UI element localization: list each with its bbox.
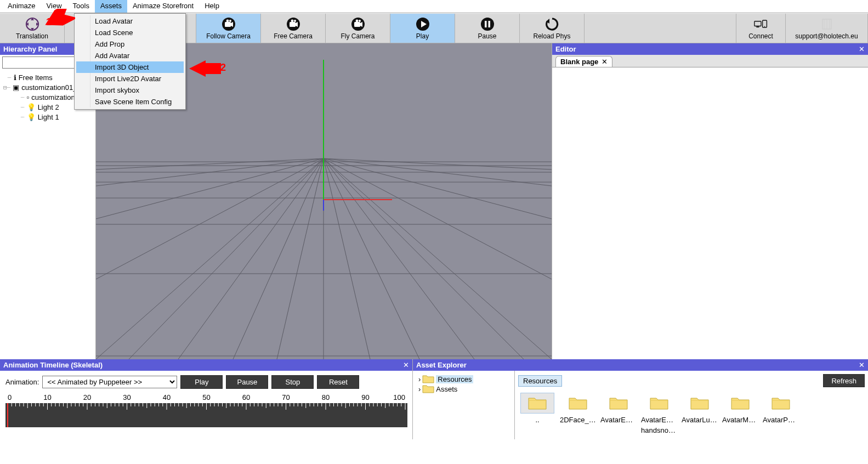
- menu-storefront[interactable]: Animaze Storefront: [127, 0, 199, 13]
- annotation-label-2: 2: [220, 62, 226, 73]
- reload-phys-button[interactable]: Reload Phys: [520, 14, 585, 43]
- editor-panel: Editor ✕ Blank page ✕: [552, 43, 868, 359]
- info-icon: ℹ: [14, 73, 16, 82]
- svg-point-14: [294, 20, 296, 22]
- connect-label: Connect: [748, 32, 773, 40]
- annotation-label-1: 1: [46, 16, 52, 28]
- light-icon: 💡: [27, 113, 36, 121]
- editor-header: Editor ✕: [552, 43, 868, 55]
- svg-text:100: 100: [393, 393, 405, 401]
- tab-close-icon[interactable]: ✕: [602, 58, 608, 66]
- animation-label: Animation:: [5, 378, 39, 386]
- svg-text:30: 30: [123, 393, 131, 401]
- timeline-play-button[interactable]: Play: [180, 375, 223, 389]
- asset-explorer-close-icon[interactable]: ✕: [859, 361, 865, 369]
- asset-name: AvatarPanda: [763, 416, 799, 424]
- timeline-pause-button[interactable]: Pause: [226, 375, 268, 389]
- asset-name: AvatarMale...: [722, 416, 758, 424]
- timeline-stop-button[interactable]: Stop: [271, 375, 314, 389]
- svg-rect-23: [485, 21, 487, 27]
- svg-point-13: [291, 19, 293, 22]
- folder-icon: [642, 393, 676, 414]
- svg-rect-6: [225, 22, 231, 27]
- dropdown-import-skybox[interactable]: Import skybox: [76, 84, 184, 96]
- svg-rect-26: [754, 21, 761, 26]
- asset-item[interactable]: AvatarMale...: [722, 393, 758, 436]
- pause-icon: [480, 17, 495, 31]
- dropdown-add-avatar[interactable]: Add Avatar: [76, 50, 184, 61]
- toolbar-spacer: [585, 14, 736, 43]
- svg-text:20: 20: [83, 393, 91, 401]
- asset-item[interactable]: AvatarEggP...: [600, 393, 637, 436]
- svg-point-22: [481, 18, 494, 31]
- follow-camera-button[interactable]: Follow Camera: [196, 14, 261, 43]
- timeline-ruler[interactable]: 0102030405060708090100: [5, 393, 407, 429]
- svg-rect-24: [488, 21, 490, 27]
- animation-select[interactable]: << Animated by Puppeteer >>: [42, 376, 177, 388]
- folder-icon: [683, 393, 717, 414]
- translation-label: Translation: [16, 32, 48, 40]
- breadcrumb-resources[interactable]: Resources: [518, 375, 562, 387]
- dropdown-import-live2d[interactable]: Import Live2D Avatar: [76, 73, 184, 84]
- svg-point-18: [355, 19, 358, 22]
- pause-label: Pause: [478, 32, 496, 40]
- timeline-header: Animation Timeline (Skeletal) ✕: [0, 359, 412, 371]
- svg-point-9: [229, 20, 231, 22]
- asset-name: 2DFace_V1...: [560, 416, 596, 424]
- timeline-close-icon[interactable]: ✕: [403, 361, 409, 369]
- dropdown-save-scene-config[interactable]: Save Scene Item Config: [76, 96, 184, 107]
- editor-close-icon[interactable]: ✕: [859, 45, 865, 53]
- svg-text:60: 60: [242, 393, 250, 401]
- refresh-button[interactable]: Refresh: [823, 374, 865, 387]
- editor-body: [552, 67, 868, 359]
- pause-button[interactable]: Pause: [455, 14, 520, 43]
- asset-item[interactable]: AvatarLuci...: [682, 393, 718, 436]
- asset-item[interactable]: AvatarEggP...handsnosh...: [641, 393, 677, 436]
- asset-item[interactable]: AvatarPanda: [763, 393, 799, 436]
- reload-phys-label: Reload Phys: [533, 32, 570, 40]
- chevron-right-icon: ›: [418, 375, 421, 383]
- svg-marker-177: [189, 60, 221, 77]
- fly-camera-label: Fly Camera: [341, 32, 375, 40]
- play-button[interactable]: Play: [390, 14, 455, 43]
- timeline-reset-button[interactable]: Reset: [317, 375, 359, 389]
- svg-text:90: 90: [361, 393, 369, 401]
- animation-timeline-panel: Animation Timeline (Skeletal) ✕ Animatio…: [0, 359, 413, 439]
- tab-blank-page[interactable]: Blank page ✕: [555, 56, 612, 67]
- menu-assets[interactable]: Assets: [95, 0, 127, 13]
- svg-point-19: [359, 20, 361, 22]
- dropdown-load-avatar[interactable]: Load Avatar: [76, 15, 184, 27]
- connect-button[interactable]: Connect: [736, 14, 786, 43]
- svg-text:10: 10: [43, 393, 51, 401]
- hierarchy-title: Hierarchy Panel: [3, 45, 57, 53]
- asset-tree-resources[interactable]: › Resources: [415, 374, 512, 384]
- light-icon: 💡: [27, 103, 36, 111]
- asset-item[interactable]: 2DFace_V1...: [560, 393, 596, 436]
- asset-tree-assets[interactable]: › Assets: [415, 384, 512, 394]
- svg-point-29: [764, 26, 765, 27]
- editor-tabstrip: Blank page ✕: [552, 55, 868, 67]
- asset-grid: ..2DFace_V1...AvatarEggP...AvatarEggP...…: [515, 389, 868, 439]
- play-icon: [416, 17, 430, 31]
- folder-icon: [764, 393, 798, 414]
- dropdown-import-3d-object[interactable]: Import 3D Object: [76, 61, 184, 73]
- scene-icon: ▣: [13, 83, 19, 92]
- folder-icon: [422, 384, 434, 394]
- menubar: Animaze View Tools Assets Animaze Storef…: [0, 0, 868, 13]
- svg-rect-27: [756, 26, 759, 27]
- svg-text:40: 40: [163, 393, 171, 401]
- support-button[interactable]: support@holotech.eu: [786, 14, 868, 43]
- menu-help[interactable]: Help: [199, 0, 225, 13]
- tree-light-1[interactable]: ┈ 💡 Light 1: [3, 112, 92, 122]
- move-icon: [25, 17, 39, 31]
- asset-name: AvatarEggP...: [600, 416, 637, 424]
- dropdown-load-scene[interactable]: Load Scene: [76, 27, 184, 38]
- menu-animaze[interactable]: Animaze: [2, 0, 41, 13]
- dropdown-add-prop[interactable]: Add Prop: [76, 38, 184, 50]
- asset-item[interactable]: ..: [519, 393, 555, 436]
- fly-camera-button[interactable]: Fly Camera: [326, 14, 390, 43]
- folder-icon: [422, 374, 434, 384]
- camera-icon: [351, 17, 365, 31]
- free-camera-button[interactable]: Free Camera: [261, 14, 326, 43]
- chevron-right-icon: ›: [418, 385, 421, 393]
